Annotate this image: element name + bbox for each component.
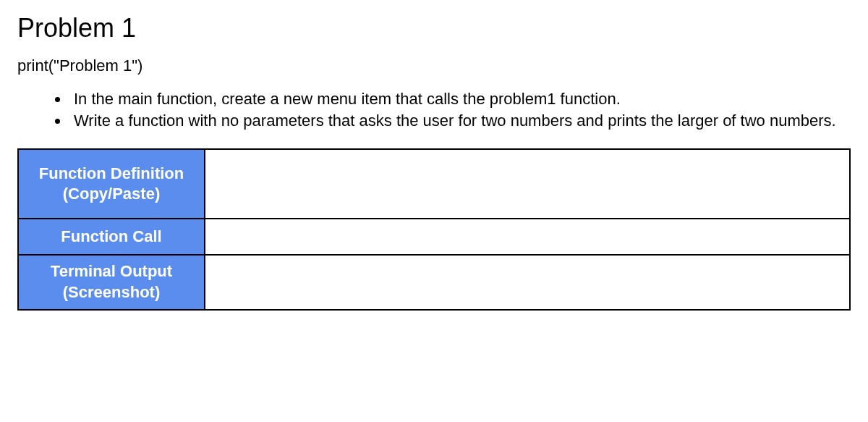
problem-title: Problem 1 [17, 13, 851, 43]
instruction-list: In the main function, create a new menu … [17, 88, 851, 131]
row-label-terminal-output: Terminal Output (Screenshot) [18, 255, 205, 309]
row-label-function-definition: Function Definition (Copy/Paste) [18, 149, 205, 219]
answer-table: Function Definition (Copy/Paste) Functio… [17, 148, 851, 310]
row-value-function-call [205, 219, 850, 255]
print-statement: print("Problem 1") [17, 56, 851, 75]
row-value-function-definition [205, 149, 850, 219]
table-row: Function Definition (Copy/Paste) [18, 149, 850, 219]
table-row: Terminal Output (Screenshot) [18, 255, 850, 309]
row-value-terminal-output [205, 255, 850, 309]
table-row: Function Call [18, 219, 850, 255]
list-item: Write a function with no parameters that… [69, 110, 851, 132]
list-item: In the main function, create a new menu … [69, 88, 851, 110]
row-label-function-call: Function Call [18, 219, 205, 255]
